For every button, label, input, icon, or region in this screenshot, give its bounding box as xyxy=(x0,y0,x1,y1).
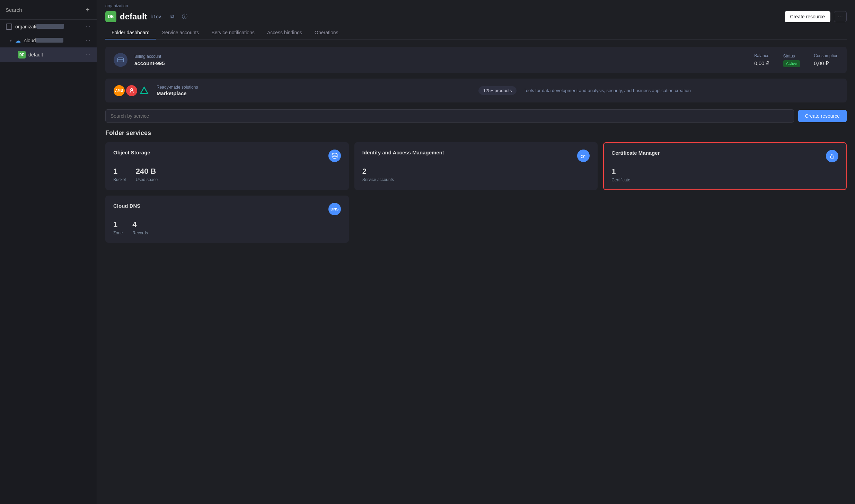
sidebar-default-more[interactable]: ··· xyxy=(85,52,91,58)
tab-access-bindings[interactable]: Access bindings xyxy=(261,26,308,39)
service-card-header: Cloud DNS DNS xyxy=(113,203,341,215)
marketplace-info: Ready-made solutions Marketplace xyxy=(157,85,471,96)
sidebar-item-cloud[interactable]: ▾ ☁ cloudxxxxxxxx ··· xyxy=(0,34,97,47)
marketplace-logo-2 xyxy=(126,85,137,96)
billing-icon xyxy=(114,53,127,67)
billing-status: Status Active xyxy=(783,54,800,66)
stat-certificate: 1 Certificate xyxy=(611,167,630,182)
service-stats: 1 Certificate xyxy=(611,167,838,182)
sidebar-default-label: default xyxy=(28,52,82,57)
stat-zone: 1 Zone xyxy=(113,220,123,235)
folder-name: default xyxy=(120,12,147,21)
billing-name: account-995 xyxy=(134,60,747,66)
sidebar: Search + organizatixxxxxxxxxx ··· ▾ ☁ cl… xyxy=(0,0,97,504)
chevron-down-icon: ▾ xyxy=(10,38,12,43)
stat-records: 4 Records xyxy=(132,220,148,235)
sidebar-item-default[interactable]: DE default ··· xyxy=(0,47,97,62)
marketplace-name: Marketplace xyxy=(157,90,471,96)
svg-point-5 xyxy=(332,153,337,155)
marketplace-description: Tools for data development and analysis,… xyxy=(523,88,838,93)
tab-service-notifications[interactable]: Service notifications xyxy=(205,26,261,39)
cloud-icon: ☁ xyxy=(15,37,21,44)
page-header: organization DE default b1gv... ⧉ ⓘ Crea… xyxy=(97,0,855,40)
sidebar-cloud-label: cloudxxxxxxxx xyxy=(24,38,82,43)
tab-service-accounts[interactable]: Service accounts xyxy=(156,26,205,39)
service-stats: 1 Zone 4 Records xyxy=(113,220,341,235)
folder-title-group: DE default b1gv... ⧉ ⓘ xyxy=(105,11,189,22)
billing-card[interactable]: Billing account account-995 Balance 0,00… xyxy=(105,47,847,73)
folder-badge: DE xyxy=(105,11,116,22)
service-name: Object Storage xyxy=(113,150,328,155)
folder-badge-small: DE xyxy=(18,51,26,58)
storage-icon xyxy=(328,150,341,162)
svg-rect-0 xyxy=(118,58,124,62)
sidebar-search-bar[interactable]: Search + xyxy=(0,0,97,20)
tabs-bar: Folder dashboard Service accounts Servic… xyxy=(105,26,847,40)
tab-operations[interactable]: Operations xyxy=(308,26,344,39)
marketplace-card[interactable]: AMB Ready-made solutions Marketplace xyxy=(105,79,847,102)
marketplace-badge: 125+ products xyxy=(478,86,517,95)
dns-label: DNS xyxy=(330,207,338,211)
copy-button[interactable]: ⧉ xyxy=(168,13,176,20)
sidebar-item-organization[interactable]: organizatixxxxxxxxxx ··· xyxy=(0,20,97,34)
billing-balance: Balance 0,00 ₽ xyxy=(754,53,769,66)
sidebar-cloud-more[interactable]: ··· xyxy=(85,37,91,44)
service-search-input[interactable] xyxy=(105,109,794,123)
service-card-object-storage[interactable]: Object Storage 1 Bucket xyxy=(105,142,349,190)
key-icon xyxy=(577,150,590,162)
tab-folder-dashboard[interactable]: Folder dashboard xyxy=(105,26,156,39)
sidebar-org-more[interactable]: ··· xyxy=(85,24,91,30)
marketplace-logos: AMB xyxy=(114,85,150,96)
service-name: Identity and Access Management xyxy=(362,150,578,155)
service-card-iam[interactable]: Identity and Access Management 2 Service… xyxy=(354,142,598,190)
service-card-header: Object Storage xyxy=(113,150,341,162)
service-card-header: Identity and Access Management xyxy=(362,150,590,162)
billing-info: Billing account account-995 xyxy=(134,54,747,66)
svg-point-6 xyxy=(581,155,584,158)
svg-rect-7 xyxy=(830,156,834,158)
sidebar-org-label: organizatixxxxxxxxxx xyxy=(15,24,82,29)
folder-id: b1gv... xyxy=(151,14,165,19)
marketplace-logo-3 xyxy=(139,85,150,96)
info-button[interactable]: ⓘ xyxy=(180,12,189,21)
service-name: Certificate Manager xyxy=(611,150,826,156)
stat-used-space: 240 B Used space xyxy=(136,167,158,182)
create-resource-blue-button[interactable]: Create resource xyxy=(798,110,847,122)
org-icon xyxy=(6,23,12,30)
service-stats: 1 Bucket 240 B Used space xyxy=(113,167,341,182)
service-card-certificate-manager[interactable]: Certificate Manager 1 Certificate xyxy=(603,142,847,190)
billing-stats: Balance 0,00 ₽ Status Active Consumption… xyxy=(754,53,838,66)
more-options-button[interactable]: ··· xyxy=(834,11,847,22)
stat-service-accounts: 2 Service accounts xyxy=(362,167,394,182)
service-card-header: Certificate Manager xyxy=(611,150,838,162)
header-actions: Create resource ··· xyxy=(785,11,847,22)
status-badge: Active xyxy=(783,60,800,67)
marketplace-label: Ready-made solutions xyxy=(157,85,471,90)
breadcrumb: organization xyxy=(105,3,847,8)
main-content: organization DE default b1gv... ⧉ ⓘ Crea… xyxy=(97,0,855,504)
sidebar-add-button[interactable]: + xyxy=(84,6,91,13)
sidebar-search-label: Search xyxy=(6,7,22,13)
dns-icon: DNS xyxy=(328,203,341,215)
services-grid: Object Storage 1 Bucket xyxy=(105,142,847,243)
service-card-cloud-dns[interactable]: Cloud DNS DNS 1 Zone 4 Records xyxy=(105,196,349,243)
service-stats: 2 Service accounts xyxy=(362,167,590,182)
service-name: Cloud DNS xyxy=(113,203,328,209)
lock-icon xyxy=(826,150,838,162)
billing-consumption: Consumption 0,00 ₽ xyxy=(814,53,838,66)
folder-services-title: Folder services xyxy=(105,129,847,137)
create-resource-button[interactable]: Create resource xyxy=(785,11,830,22)
stat-bucket: 1 Bucket xyxy=(113,167,126,182)
folder-header: DE default b1gv... ⧉ ⓘ Create resource ·… xyxy=(105,11,847,22)
search-create-row: Create resource xyxy=(105,109,847,123)
page-content: Billing account account-995 Balance 0,00… xyxy=(97,40,855,504)
billing-label: Billing account xyxy=(134,54,747,59)
marketplace-logo-1: AMB xyxy=(114,85,125,96)
